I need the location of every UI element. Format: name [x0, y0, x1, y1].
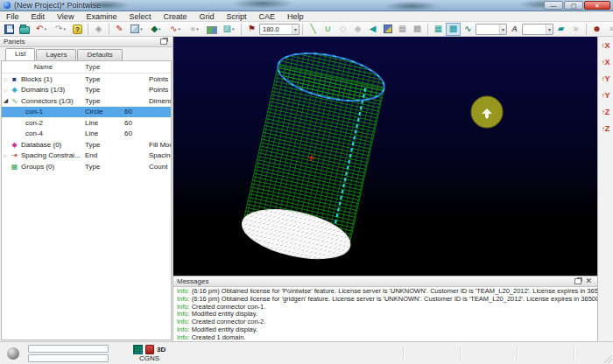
view-minus-x-button[interactable]: ↑X [599, 54, 613, 71]
close-messages-button[interactable]: ✕ [583, 277, 594, 285]
paintbrush-icon: ✎ [116, 24, 123, 33]
row-type: Type [85, 97, 124, 105]
grid-type-icon[interactable] [133, 345, 143, 354]
dimension-toggle[interactable]: 3D [157, 346, 166, 354]
open-button[interactable] [17, 23, 32, 36]
tree-row-blocks[interactable]: ▷■Blocks (1) Type Points Cells [2, 74, 171, 85]
assemble-domain-button[interactable]: ◇ [335, 23, 350, 36]
tree-row-groups[interactable]: ▦Groups (0) Type Count [2, 161, 171, 172]
annotate-button[interactable]: A [507, 23, 522, 36]
tree-row-connectors[interactable]: ◢∿Connectors (1/3) Type Dimension [2, 95, 171, 107]
row-label: Connectors (1/3) [21, 97, 74, 105]
solver-icon[interactable] [145, 345, 154, 354]
two-point-line-button[interactable]: ╲ [306, 23, 321, 36]
block-tool-button[interactable] [127, 23, 146, 36]
axis-letter: Y [604, 92, 609, 100]
collapse-arrow-icon[interactable]: ◢ [2, 97, 10, 104]
tab-defaults[interactable]: Defaults [77, 49, 122, 60]
assemble-block-button[interactable] [380, 23, 395, 36]
expand-arrow-icon[interactable]: ▷ [2, 76, 10, 82]
structured-grid-button[interactable]: ▦ [431, 23, 446, 36]
resize-grip[interactable] [603, 354, 612, 363]
maximize-button[interactable]: ▢ [564, 1, 583, 10]
column-header-name[interactable]: Name [2, 63, 85, 71]
view-minus-y-button[interactable]: ↑Y [599, 88, 613, 104]
view-plus-z-button[interactable]: ↑Z [599, 104, 613, 121]
menu-create[interactable]: Create [157, 11, 193, 22]
menu-view[interactable]: View [51, 11, 80, 22]
tab-layers[interactable]: Layers [36, 49, 76, 60]
menu-edit[interactable]: Edit [25, 11, 52, 22]
app-logo-icon [4, 2, 11, 9]
status-input-bottom[interactable] [28, 354, 109, 362]
undock-messages-icon[interactable] [574, 278, 581, 284]
assemble-special-button[interactable]: ◆ [350, 23, 365, 36]
tree-row-con-4[interactable]: con-4 Line 60 [2, 129, 171, 140]
menu-help[interactable]: Help [281, 11, 310, 22]
domain-tool-button[interactable]: ◆ [146, 23, 166, 36]
dimension-tool-button[interactable]: ∿ [461, 23, 476, 36]
diamond-gray-icon: ◆ [355, 24, 362, 33]
redo-button[interactable]: ↷ [51, 23, 70, 36]
help-button[interactable]: ? [70, 23, 85, 36]
window-title: (New Project)* Pointwise [14, 1, 101, 10]
menu-script[interactable]: Script [220, 11, 252, 22]
tree-row-domains[interactable]: ▷◆Domains (1/3) Type Points Cells [2, 85, 171, 96]
undock-panel-icon[interactable] [160, 38, 167, 45]
panels-title: Panels [4, 38, 25, 46]
dimension-combobox[interactable] [476, 24, 507, 35]
menu-select[interactable]: Select [123, 11, 157, 22]
display-attributes-button[interactable]: ✎ [112, 23, 127, 36]
entity-tree: Name Type ▷■Blocks (1) Type Points Cells… [1, 60, 172, 340]
rotation-angle-combobox[interactable]: 180.0 [259, 24, 299, 35]
view-plus-x-button[interactable]: ↑X [599, 38, 613, 54]
view-manager-button[interactable]: ⚑ [244, 23, 259, 36]
tree-row-database[interactable]: ◆Database (0) Type Fill Mode Line ... [2, 139, 171, 150]
image-export-button[interactable] [204, 23, 219, 36]
menu-file[interactable]: File [0, 11, 25, 22]
save-button[interactable] [2, 23, 17, 36]
tree-row-spacing-constraints[interactable]: ▷⇥Spacing Constrai... End Spacing Type [2, 150, 171, 162]
menu-examine[interactable]: Examine [80, 11, 123, 22]
expand-arrow-icon[interactable]: ▷ [2, 87, 10, 93]
tree-row-con-2[interactable]: con-2 Line 60 [2, 117, 171, 129]
examine-mask-button[interactable]: ☻ [589, 23, 604, 36]
row-dimension: 60 [124, 119, 149, 127]
unstructured-grid-button[interactable]: ▩ [446, 23, 461, 36]
line-icon: ╲ [310, 24, 315, 33]
row-label: Groups (0) [21, 163, 54, 171]
connector-curve-button[interactable]: ∿ [166, 23, 185, 36]
annotate-icon: A [511, 24, 518, 33]
status-input-top[interactable] [28, 345, 109, 353]
toolbar-separator [302, 24, 303, 35]
spacing-combobox[interactable] [522, 24, 553, 35]
layer-sheet-button[interactable]: ▰ [553, 23, 568, 36]
view-minus-z-button[interactable]: ↑Z [599, 121, 613, 137]
mesh-tool-1-button[interactable]: ▦ [395, 23, 410, 36]
menu-grid[interactable]: Grid [193, 11, 220, 22]
messages-log[interactable]: Info: (6:16 pm) Obtained license for 'Po… [173, 287, 597, 341]
tree-row-con-1[interactable]: con-1 Circle 60 [2, 107, 171, 118]
view-plus-y-button[interactable]: ↑Y [599, 71, 613, 88]
status-separator [517, 346, 518, 360]
spray-display-button[interactable]: ▨ [219, 23, 238, 36]
mesh-tool-2-button[interactable]: ▩ [410, 23, 425, 36]
menu-cae[interactable]: CAE [252, 11, 281, 22]
deselect-button[interactable]: ◈ [91, 23, 106, 36]
trackball-icon[interactable] [7, 347, 19, 360]
tab-list[interactable]: List [5, 48, 35, 60]
toolbar-overflow-1-button[interactable]: » [568, 23, 583, 36]
toolbar-overflow-2-button[interactable]: » [604, 23, 613, 36]
status-separator [460, 346, 461, 360]
column-header-type[interactable]: Type [85, 63, 124, 71]
extrude-button[interactable]: ◀ [365, 23, 380, 36]
close-button[interactable]: ✕ [584, 1, 610, 10]
deselect-icon: ◈ [95, 24, 102, 33]
expand-arrow-icon[interactable]: ▷ [2, 152, 10, 158]
display-viewport[interactable] [173, 37, 597, 276]
open-icon [19, 26, 30, 34]
curve-segment-button[interactable]: ∪ [321, 23, 335, 36]
minimize-button[interactable]: — [544, 1, 563, 10]
undo-button[interactable]: ↶ [32, 23, 51, 36]
database-tool-button[interactable]: ● [185, 23, 204, 36]
